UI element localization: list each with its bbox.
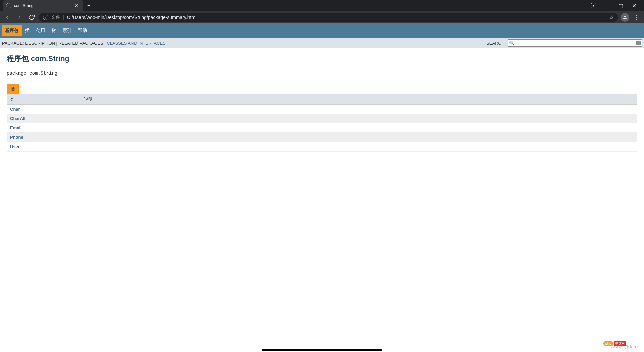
new-tab-button[interactable]: + — [83, 3, 94, 9]
svg-point-0 — [624, 16, 626, 17]
sep: | — [56, 41, 59, 46]
package-title: 程序包 com.String — [7, 54, 637, 67]
minimize-button[interactable]: — — [602, 1, 612, 10]
description-link[interactable]: DESCRIPTION — [25, 41, 55, 46]
class-tabs: 类 — [7, 84, 637, 94]
table-row: User — [7, 142, 637, 152]
window-controls: ▼ — ▢ ✕ — [584, 0, 644, 11]
maximize-button[interactable]: ▢ — [616, 1, 625, 10]
table-row: Phone — [7, 133, 637, 142]
bookmark-button[interactable]: ☆ — [609, 14, 614, 21]
addr-separator: | — [63, 15, 64, 20]
sub-nav-left: PACKAGE: DESCRIPTION | RELATED PACKAGES … — [2, 41, 166, 46]
related-packages-link[interactable]: RELATED PACKAGES — [59, 41, 103, 46]
info-icon: i — [43, 15, 48, 20]
class-link[interactable]: User — [10, 144, 20, 149]
nav-item-3[interactable]: 树 — [48, 25, 59, 36]
forward-button[interactable] — [15, 13, 24, 22]
content: 程序包 com.String package com.String 类 类 说明… — [0, 48, 644, 157]
search-box: 🔍 ✕ — [508, 39, 642, 47]
browser-toolbar: i 文件 | C:/Users/woo-min/Desktop/com/Stri… — [0, 11, 644, 23]
search-input[interactable] — [508, 39, 642, 47]
class-link[interactable]: Phone — [10, 135, 23, 140]
reload-button[interactable] — [27, 13, 36, 22]
browser-tab[interactable]: com.String ✕ — [3, 0, 83, 11]
close-window-button[interactable]: ✕ — [629, 1, 639, 10]
classes-interfaces-link[interactable]: CLASSES AND INTERFACES — [107, 41, 166, 46]
browser-menu-button[interactable]: ⋮ — [632, 14, 641, 21]
browser-tab-bar: com.String ✕ + ▼ — ▢ ✕ — [0, 0, 644, 11]
package-declaration: package com.String — [7, 71, 637, 76]
nav-item-0[interactable]: 程序包 — [2, 25, 22, 36]
class-link[interactable]: CharAll — [10, 116, 25, 121]
address-bar[interactable]: i 文件 | C:/Users/woo-min/Desktop/com/Stri… — [39, 13, 618, 22]
javadoc-page: 程序包类使用树索引帮助 PACKAGE: DESCRIPTION | RELAT… — [0, 23, 644, 157]
nav-item-5[interactable]: 帮助 — [75, 25, 90, 36]
class-link[interactable]: Char — [10, 107, 20, 112]
search-clear-button[interactable]: ✕ — [636, 41, 641, 45]
search-icon: 🔍 — [509, 41, 514, 45]
tab-classes[interactable]: 类 — [7, 84, 19, 94]
downloads-button[interactable]: ▼ — [589, 1, 598, 10]
sub-nav: PACKAGE: DESCRIPTION | RELATED PACKAGES … — [0, 38, 644, 48]
profile-button[interactable] — [621, 13, 629, 22]
globe-icon — [6, 3, 11, 8]
tab-title: com.String — [14, 3, 70, 8]
class-link[interactable]: Email — [10, 125, 22, 130]
nav-item-4[interactable]: 索引 — [59, 25, 75, 36]
nav-item-2[interactable]: 使用 — [33, 25, 48, 36]
table-row: Char — [7, 105, 637, 114]
search-wrap: SEARCH: 🔍 ✕ — [486, 39, 642, 47]
class-desc — [80, 114, 637, 123]
top-nav: 程序包类使用树索引帮助 — [0, 23, 644, 38]
class-table: 类 说明 CharCharAllEmailPhoneUser — [7, 94, 637, 152]
package-label: PACKAGE: — [2, 41, 24, 46]
addr-url: C:/Users/woo-min/Desktop/com/String/pack… — [67, 15, 606, 20]
class-desc — [80, 142, 637, 152]
table-row: CharAll — [7, 114, 637, 123]
search-label: SEARCH: — [486, 41, 506, 46]
back-button[interactable] — [3, 13, 12, 22]
addr-scheme-label: 文件 — [51, 14, 60, 20]
col-header-desc: 说明 — [80, 94, 637, 105]
class-desc — [80, 133, 637, 142]
class-desc — [80, 105, 637, 114]
close-tab-button[interactable]: ✕ — [73, 2, 80, 9]
class-desc — [80, 123, 637, 133]
col-header-class: 类 — [7, 94, 80, 105]
nav-item-1[interactable]: 类 — [22, 25, 33, 36]
table-row: Email — [7, 123, 637, 133]
